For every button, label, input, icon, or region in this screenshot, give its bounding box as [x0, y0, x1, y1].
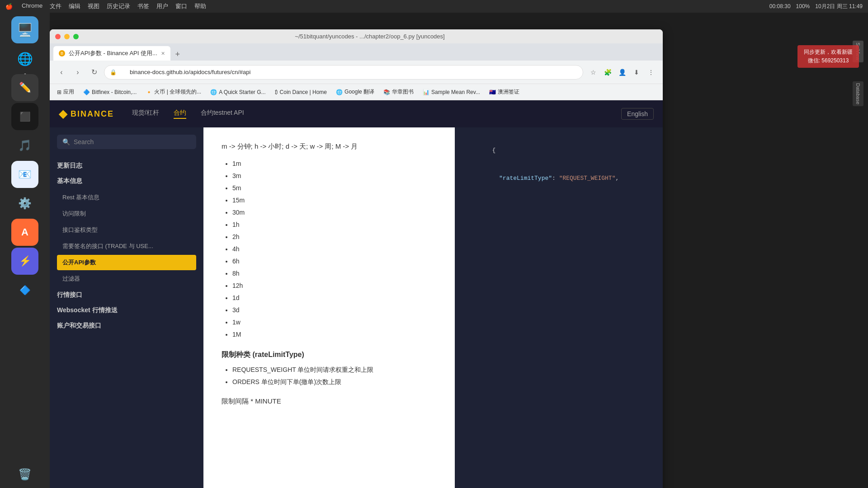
menu-edit[interactable]: 编辑 [69, 2, 80, 10]
bookmarks-bar: ⊞ 应用 🔷 Bitfinex - Bitcoin,... 🔸 火币 | 全球领… [50, 84, 663, 100]
dock-icon-finder[interactable]: 🖥️ [11, 16, 38, 43]
menu-bookmarks[interactable]: 书签 [137, 2, 149, 10]
menu-bar: Chrome 文件 编辑 视图 历史记录 书签 用户 窗口 帮助 [22, 2, 206, 10]
sidebar-item-update-log[interactable]: 更新日志 [57, 158, 196, 174]
documentation-sidebar: 🔍 Search 更新日志 基本信息 Rest 基本信息 访问限制 接口鉴权类型… [50, 127, 203, 488]
list-item: 2h [232, 232, 437, 242]
url-bar[interactable]: 🔒 binance-docs.github.io/apidocs/futures… [104, 65, 583, 80]
rate-limit-type-heading: 限制种类 (rateLimitType) [222, 350, 437, 360]
apple-icon[interactable]: 🍎 [5, 3, 13, 10]
rate-limits-list: REQUESTS_WEIGHT 单位时间请求权重之和上限 ORDERS 单位时间… [222, 365, 437, 387]
list-item-requests-weight: REQUESTS_WEIGHT 单位时间请求权重之和上限 [232, 365, 437, 375]
dock-icon-trash[interactable]: 🗑️ [11, 461, 38, 488]
dock-icon-settings[interactable]: ⚙️ [11, 190, 38, 217]
menu-view[interactable]: 视图 [88, 2, 99, 10]
list-item: 12h [232, 281, 437, 291]
nav-testnet[interactable]: 合约testnet API [201, 109, 244, 119]
translate-icon: 🌐 [336, 89, 343, 95]
sidebar-item-public-api[interactable]: 公开API参数 [57, 255, 196, 270]
maximize-window-button[interactable] [73, 34, 79, 39]
minimize-window-button[interactable] [64, 34, 70, 39]
forward-button[interactable]: › [71, 66, 84, 79]
bookmark-coindance[interactable]: ₿ Coin Dance | Home [271, 87, 331, 98]
bookmark-visa[interactable]: 🇦🇺 澳洲签证 [486, 87, 523, 98]
list-item: 3m [232, 171, 437, 181]
sidebar-item-rest-basic[interactable]: Rest 基本信息 [57, 190, 196, 205]
list-item: 6h [232, 257, 437, 266]
dock-icon-app3[interactable]: 🔷 [11, 277, 38, 304]
flag-icon: 🇦🇺 [489, 89, 496, 95]
chart-icon: 📊 [423, 89, 429, 95]
bookmark-bitfinex[interactable]: 🔷 Bitfinex - Bitcoin,... [80, 87, 140, 98]
bookmark-google-translate[interactable]: 🌐 Google 翻译 [332, 87, 378, 98]
browser-window: ~/51bitquant/yuncodes - .../chapter2/oop… [50, 29, 663, 488]
list-item-orders: ORDERS 单位时间下单(撤单)次数上限 [232, 377, 437, 387]
sidebar-item-signed-api[interactable]: 需要签名的接口 (TRADE 与 USE... [57, 239, 196, 254]
dock-icon-terminal[interactable]: ⬛ [11, 103, 38, 130]
active-tab[interactable]: B 公开API参数 - Binance API 使用... ✕ [53, 46, 170, 61]
dock-icon-pen[interactable]: ✏️ [11, 74, 38, 101]
list-item: 5m [232, 183, 437, 193]
interval-description: m -> 分钟; h -> 小时; d -> 天; w -> 周; M -> 月 [222, 141, 437, 152]
bookmark-star-icon[interactable]: ☆ [587, 66, 599, 79]
dock-icon-mail[interactable]: 📧 [11, 161, 38, 188]
intervals-list: 1m 3m 5m 15m 30m 1h 2h 4h 6h 8h 12h 1d 3… [222, 159, 437, 339]
language-button[interactable]: English [621, 108, 654, 120]
page-body: 🔍 Search 更新日志 基本信息 Rest 基本信息 访问限制 接口鉴权类型… [50, 127, 663, 488]
tab-title: 公开API参数 - Binance API 使用... [69, 49, 157, 57]
profile-icon[interactable]: 👤 [616, 66, 628, 79]
sidebar-item-account-trading[interactable]: 账户和交易接口 [57, 318, 196, 333]
clock-display: 00:08:30 [769, 3, 791, 9]
bookmark-huobi[interactable]: 🔸 火币 | 全球领先的... [142, 87, 205, 98]
menu-users[interactable]: 用户 [156, 2, 168, 10]
list-item: 1w [232, 318, 437, 327]
code-block: { "rateLimitType": "REQUEST_WEIGHT", [464, 136, 654, 193]
nav-futures[interactable]: 合约 [174, 109, 186, 119]
sidebar-item-market-api[interactable]: 行情接口 [57, 287, 196, 303]
sidebar-item-access-limit[interactable]: 访问限制 [57, 206, 196, 221]
extension-icon[interactable]: 🧩 [601, 66, 614, 79]
search-icon: 🔍 [62, 138, 70, 145]
dock-icon-app[interactable]: A [11, 219, 38, 246]
sidebar-item-basic-info[interactable]: 基本信息 [57, 174, 196, 189]
list-item: 30m [232, 208, 437, 217]
tab-close-button[interactable]: ✕ [161, 51, 165, 56]
menu-help[interactable]: 帮助 [194, 2, 206, 10]
nav-spot[interactable]: 现货/杠杆 [132, 109, 159, 119]
mac-status-bar: 00:08:30 100% 10月2日 周三 11:49 [769, 3, 863, 10]
new-tab-button[interactable]: + [171, 48, 184, 61]
more-icon[interactable]: ⋮ [645, 66, 657, 79]
dock-icon-app2[interactable]: ⚡ [11, 248, 38, 275]
reload-button[interactable]: ↻ [88, 66, 100, 79]
sidebar-item-filters[interactable]: 过滤器 [57, 271, 196, 286]
close-window-button[interactable] [55, 34, 61, 39]
menu-file[interactable]: 文件 [50, 2, 61, 10]
binance-logo[interactable]: ◆ BINANCE [59, 108, 114, 120]
dock-icon-chrome[interactable]: 🌐 [11, 45, 38, 72]
list-item: 4h [232, 244, 437, 254]
dock-icon-music[interactable]: 🎵 [11, 132, 38, 159]
sidebar-search[interactable]: 🔍 Search [57, 135, 196, 149]
bookmark-sample-mean[interactable]: 📊 Sample Mean Rev... [419, 87, 484, 98]
bookmark-apps[interactable]: ⊞ 应用 [53, 87, 78, 98]
huobi-icon: 🔸 [146, 89, 152, 95]
sidebar-item-websocket[interactable]: Websocket 行情推送 [57, 303, 196, 318]
binance-logo-text: BINANCE [71, 109, 114, 119]
notification-banner: 同步更新，欢看新疆 微信: 569250313 [797, 45, 859, 68]
mac-os-bar: 🍎 Chrome 文件 编辑 视图 历史记录 书签 用户 窗口 帮助 00:08… [0, 0, 868, 13]
list-item: 1d [232, 293, 437, 303]
sidebar-item-auth-type[interactable]: 接口鉴权类型 [57, 222, 196, 238]
menu-chrome[interactable]: Chrome [22, 2, 42, 10]
bookmark-starter[interactable]: 🌐 A Quick Starter G... [207, 87, 269, 98]
bookmark-huazhang[interactable]: 📚 华章图书 [380, 87, 417, 98]
list-item: 15m [232, 196, 437, 205]
main-content-area: m -> 分钟; h -> 小时; d -> 天; w -> 周; M -> 月… [203, 127, 455, 488]
back-button[interactable]: ‹ [55, 66, 68, 79]
mac-dock: 🖥️ 🌐 ✏️ ⬛ 🎵 📧 ⚙️ A ⚡ 🔷 🗑️ [0, 13, 50, 488]
download-icon[interactable]: ⬇ [630, 66, 643, 79]
notification-line2: 微信: 569250313 [804, 56, 853, 65]
menu-history[interactable]: 历史记录 [107, 2, 130, 10]
lock-icon: 🔒 [110, 69, 117, 75]
tab-favicon: B [59, 50, 65, 56]
menu-window[interactable]: 窗口 [175, 2, 187, 10]
